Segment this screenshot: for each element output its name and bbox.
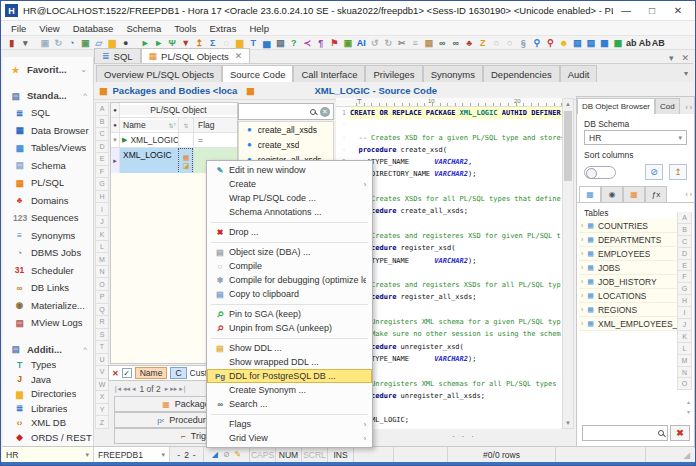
- toolbar-icon[interactable]: ◔: [65, 36, 79, 49]
- alphabet-letter[interactable]: V: [95, 366, 109, 379]
- table-tree-item[interactable]: › ▦ LOCATIONS: [579, 289, 677, 303]
- schema-combo[interactable]: HR ▾: [2, 447, 94, 462]
- filter-chip-name[interactable]: Name: [135, 367, 168, 379]
- alphabet-letter[interactable]: H: [677, 295, 692, 307]
- sidebar-item[interactable]: ◉ Materialize...: [3, 297, 93, 315]
- filter-checkbox[interactable]: ✓: [122, 368, 132, 378]
- alphabet-letter[interactable]: G: [95, 178, 109, 191]
- context-menu-item[interactable]: ∞ Search ...: [207, 397, 372, 411]
- sort-filter-icon[interactable]: ⇅ᵀ: [168, 122, 178, 129]
- sidebar-item[interactable]: ‹› XML DB: [3, 416, 93, 431]
- expander-icon[interactable]: ›: [581, 278, 583, 285]
- table-tree-item[interactable]: › ▦ XML_EMPLOYEES_: [579, 317, 677, 331]
- alphabet-letter[interactable]: C: [677, 236, 692, 248]
- context-menu-item[interactable]: ▤ Show DDL ...: [207, 341, 372, 355]
- status-icon[interactable]: ◢: [212, 450, 218, 459]
- toolbar-icon[interactable]: ▣: [79, 36, 93, 49]
- collapsed-splitter[interactable]: · · ·: [434, 431, 494, 441]
- sidebar-item[interactable]: ▦ Tables/Views: [3, 139, 93, 157]
- table-tree-item[interactable]: › ▦ JOBS: [579, 261, 677, 275]
- sidebar-item[interactable]: ▦ Data Browser: [3, 122, 93, 140]
- alphabet-letter[interactable]: I: [677, 307, 692, 319]
- menu-item[interactable]: Database: [67, 23, 120, 34]
- clear-search-icon[interactable]: ✕: [320, 107, 330, 117]
- sidebar-section-favorites[interactable]: ★ Favorit... ⌄: [3, 61, 93, 78]
- sidebar-item[interactable]: ◆ ORDS / REST: [3, 430, 93, 445]
- context-menu-item[interactable]: Schema Annotations ...: [207, 205, 372, 219]
- filter-flag-cell[interactable]: =: [193, 133, 237, 147]
- database-combo[interactable]: FREEPDB1 ▾: [94, 447, 170, 462]
- context-menu-item[interactable]: Flags ›: [207, 417, 372, 431]
- scroll-up-icon[interactable]: ▲: [563, 99, 573, 109]
- sidebar-item[interactable]: ▤ MView Logs: [3, 314, 93, 332]
- tab-close-icon[interactable]: ✕: [235, 51, 243, 61]
- table-filter-row[interactable]: ▼ ▶ XML_LOGIC =: [111, 133, 237, 148]
- object-type-tab[interactable]: ƒx: [645, 186, 667, 202]
- alphabet-letter[interactable]: L: [95, 241, 109, 254]
- expander-icon[interactable]: ›: [581, 320, 583, 327]
- subtab[interactable]: Privileges: [365, 65, 422, 82]
- sidebar-item[interactable]: ◔ DBMS Jobs: [3, 244, 93, 262]
- subtab[interactable]: Source Code: [222, 65, 293, 82]
- alphabet-letter[interactable]: Q: [95, 304, 109, 317]
- sidebar-item[interactable]: T Types: [3, 358, 93, 373]
- level-stepper[interactable]: - 2 -: [170, 447, 204, 462]
- expander-icon[interactable]: ›: [581, 306, 583, 313]
- row-type-icons[interactable]: ▦ ◪: [178, 148, 193, 174]
- context-menu-item[interactable]: ✎ Edit in new window: [207, 163, 372, 177]
- minimize-button[interactable]: —: [613, 3, 639, 19]
- menu-item[interactable]: Help: [243, 23, 275, 34]
- subtab[interactable]: Dependencies: [483, 65, 560, 82]
- sidebar-section-additional[interactable]: ▤ Additi... ^: [3, 341, 93, 358]
- procedure-search-box[interactable]: ✕: [238, 103, 334, 120]
- table-search-box[interactable]: [582, 425, 668, 441]
- context-menu-item[interactable]: Pg DDL for PostgreSQL DB ...: [207, 369, 372, 383]
- alphabet-letter[interactable]: B: [677, 224, 692, 236]
- column-name[interactable]: Name ⇅ᵀ: [120, 120, 178, 130]
- table-tree-item[interactable]: › ▦ EMPLOYEES: [579, 247, 677, 261]
- subtab-dropdown-icon[interactable]: ▾: [684, 69, 693, 82]
- tabbar-close-icon[interactable]: ✕: [681, 53, 689, 63]
- scrollbar-thumb[interactable]: [564, 111, 572, 181]
- scroll-down-icon[interactable]: ▼: [563, 418, 573, 428]
- alphabet-letter[interactable]: T: [95, 341, 109, 354]
- table-search-input[interactable]: [586, 429, 658, 438]
- alphabet-letter[interactable]: O: [677, 378, 692, 390]
- alphabet-letter[interactable]: W: [95, 379, 109, 392]
- context-menu-item[interactable]: ○ Compile: [207, 259, 372, 273]
- table-column-header[interactable]: ● Name ⇅ᵀ ⇅ Flag: [111, 118, 237, 133]
- alphabet-letter[interactable]: D: [95, 141, 109, 154]
- sidebar-item[interactable]: ∞ DB Links: [3, 279, 93, 297]
- pager-prev-icons[interactable]: ∣◂ ◂◂ ◂: [114, 385, 135, 393]
- object-type-tab[interactable]: ◉: [601, 186, 623, 202]
- toolbar-icon[interactable]: ▾: [19, 36, 33, 49]
- table-tree-item[interactable]: › ▦ DEPARTMENTS: [579, 233, 677, 247]
- alphabet-letter[interactable]: P: [95, 291, 109, 304]
- alphabet-letter[interactable]: F: [95, 166, 109, 179]
- alphabet-up-icon[interactable]: ▴: [687, 398, 690, 405]
- context-menu-item[interactable]: ✱ Compile for debugging (optimize level …: [207, 273, 372, 287]
- alphabet-letter[interactable]: R: [95, 316, 109, 329]
- tab-plsql-objects[interactable]: ▦ PL/SQL Objects ✕: [141, 48, 251, 63]
- alphabet-letter[interactable]: E: [95, 153, 109, 166]
- context-menu-item[interactable]: Grid View ›: [207, 431, 372, 445]
- alphabet-letter[interactable]: J: [95, 216, 109, 229]
- table-tree-item[interactable]: › ▦ REGIONS: [579, 303, 677, 317]
- alphabet-letter[interactable]: L: [677, 343, 692, 355]
- object-type-tab[interactable]: ▦: [579, 186, 601, 202]
- alphabet-letter[interactable]: M: [95, 253, 109, 266]
- subtab[interactable]: Overview PL/SQL Objects: [96, 65, 222, 82]
- stepper-increase-icon[interactable]: -: [193, 450, 196, 460]
- sidebar-item[interactable]: ▤ Schema: [3, 157, 93, 175]
- tabbar-dropdown-icon[interactable]: ▾: [669, 53, 674, 63]
- alphabet-letter[interactable]: X: [95, 391, 109, 404]
- alphabet-letter[interactable]: N: [95, 266, 109, 279]
- expander-icon[interactable]: ›: [581, 250, 583, 257]
- resize-grip-icon[interactable]: ◢: [679, 447, 694, 462]
- alphabet-letter[interactable]: I: [95, 203, 109, 216]
- status-icon[interactable]: ⊘: [223, 450, 230, 459]
- sidebar-item[interactable]: 123 Sequences: [3, 209, 93, 227]
- sidebar-item[interactable]: ≡ Synonyms: [3, 227, 93, 245]
- alphabet-letter[interactable]: D: [677, 248, 692, 260]
- alphabet-letter[interactable]: A: [677, 212, 692, 224]
